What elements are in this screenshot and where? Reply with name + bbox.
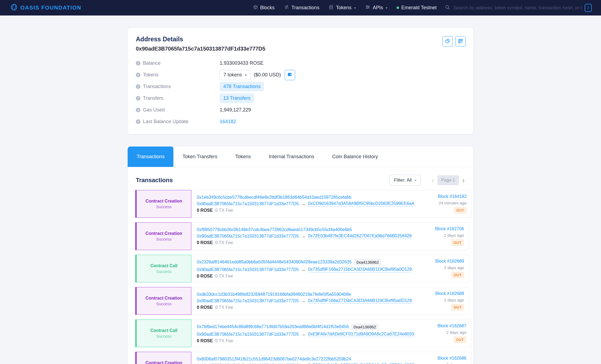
info-icon: i: [136, 61, 140, 66]
gas-used-value: 1,949,127,229: [220, 107, 251, 113]
to-address-link[interactable]: 0x735df9F166a2715bCA3D3A66B119CBef95a0D1…: [308, 298, 412, 304]
transactions-label: Transactions: [143, 84, 171, 89]
info-icon: i: [136, 96, 140, 101]
transaction-type-tile: Contract Creation Success: [135, 352, 191, 364]
network-status-dot-icon: [397, 7, 399, 9]
wallet-button[interactable]: [285, 70, 295, 80]
qr-code-icon: [458, 38, 463, 45]
tab[interactable]: Transactions: [128, 147, 173, 167]
transaction-type: Contract Call: [150, 263, 177, 268]
filter-label: Filter: All: [394, 178, 412, 183]
chevron-down-icon: ▾: [245, 73, 247, 77]
to-address-link[interactable]: 0x735df9F166a2715bCA3D3A66B119CBef95a0D1…: [308, 267, 412, 272]
transaction-type-tile: Contract Call Success: [135, 255, 191, 282]
block-number-link[interactable]: Block #164182: [438, 194, 467, 199]
transaction-value: 0 ROSE: [197, 240, 213, 245]
gas-used-row: i Gas Used 1,949,127,229: [136, 104, 465, 116]
tab[interactable]: Coin Balance History: [323, 147, 387, 167]
transaction-age: 24 minutes ago: [439, 201, 467, 205]
block-number-link[interactable]: Block #162689: [435, 259, 464, 264]
transaction-fee: 0 TX Fee: [215, 274, 233, 279]
tabbar: Transactions Token Transfers Tokens Inte…: [128, 147, 473, 167]
nav-item[interactable]: Transactions: [284, 4, 319, 11]
search-shortcut-key: /: [585, 4, 592, 12]
nav-item[interactable]: Blocks: [253, 5, 275, 11]
chevron-down-icon: ▾: [415, 178, 416, 182]
block-number-link[interactable]: Block #162687: [437, 323, 466, 328]
nav-item[interactable]: Emerald Testnet: [397, 5, 437, 11]
tab-label: Transactions: [137, 154, 164, 160]
transaction-hash-link[interactable]: 0x6006af079803513f41fb21c551d96423d6067b…: [197, 357, 351, 362]
tab[interactable]: Internal Transactions: [260, 147, 323, 167]
from-address-link[interactable]: 0x90adE3B7065fa715c7a150313877dF1d33e777…: [197, 201, 299, 206]
direction-badge: OUT: [453, 336, 466, 343]
transactions-arrows-icon: [284, 4, 289, 11]
transaction-type: Contract Creation: [145, 199, 182, 204]
tab-label: Token Transfers: [182, 154, 217, 160]
from-address-link[interactable]: 0x90adE3B7065fa715c7a150313877dF1d33e777…: [197, 234, 299, 239]
page-title: Address Details: [136, 36, 465, 43]
filter-dropdown[interactable]: Filter: All ▾: [390, 175, 421, 186]
top-navbar: OASIS FOUNDATION Blocks: [0, 0, 601, 15]
tokens-label: Tokens: [143, 72, 158, 78]
transaction-type: Contract Creation: [145, 231, 182, 236]
transaction-status: Success: [156, 204, 172, 209]
tab[interactable]: Tokens: [226, 147, 260, 167]
brand-logo[interactable]: OASIS FOUNDATION: [10, 4, 81, 12]
block-number-link[interactable]: Block #162706: [435, 226, 464, 231]
from-address-link[interactable]: 0x90adE3B7065fa715c7a150313877dF1d33e777…: [197, 298, 299, 303]
prev-page-button[interactable]: ‹: [431, 176, 435, 184]
transaction-age: 2 days ago: [444, 265, 464, 270]
search-icon: [445, 5, 450, 11]
transaction-row: Contract Call Success 0x7bf6ed17ebe4454c…: [135, 319, 466, 347]
from-address-link[interactable]: 0x90adE3B7065fa715c7a150313877dF1d33e777…: [197, 267, 299, 272]
tokens-coins-icon: [329, 5, 334, 11]
oasis-logo-icon: [10, 4, 18, 12]
info-icon: i: [136, 84, 140, 89]
transaction-row: Contract Creation Success 0xdb33dcc1d3b3…: [135, 287, 466, 315]
nav-item[interactable]: APIs ▾: [365, 4, 387, 11]
transaction-hash-link[interactable]: 0x2326af8146461edd85a0bb6a505f4d4448e543…: [197, 260, 352, 265]
balance-label: Balance: [143, 60, 161, 66]
qr-code-button[interactable]: [455, 36, 466, 46]
nav-item-label: Blocks: [260, 5, 275, 11]
transaction-status: Success: [156, 237, 172, 241]
to-address-link[interactable]: 0xCD9d163947d3A58A9Bf5C95bcD2063E2599EE6…: [308, 201, 415, 207]
transaction-type-tile: Contract Creation Success: [135, 222, 191, 250]
transaction-age: 2 days ago: [446, 362, 466, 364]
last-balance-update-block-link[interactable]: 164182: [220, 119, 236, 125]
transaction-row: Contract Creation Success 0x6006af079803…: [135, 352, 466, 364]
to-address-link[interactable]: 0xE9FAfe7dADe9CF0171d9A9D9A8c2Ca67E24e80…: [308, 363, 414, 364]
transactions-count-link[interactable]: 478 Transactions: [220, 82, 264, 91]
transaction-type: Contract Call: [150, 328, 177, 333]
transaction-value: 0 ROSE: [197, 305, 213, 310]
to-address-link[interactable]: 0xE9FAfe7dADe9CF0171d9A9D9A8c2Ca67E24e80…: [308, 332, 414, 337]
transaction-value: 0 ROSE: [197, 208, 213, 213]
last-balance-update-row: i Last Balance Update 164182: [136, 116, 465, 127]
transaction-fee: 0 TX Fee: [215, 338, 233, 343]
from-address-link[interactable]: 0x90adE3B7065fa715c7a150313877dF1d33e777…: [197, 332, 299, 337]
transaction-hash-link[interactable]: 0xdb33dcc1d3b31b498fa9232694871919166bfa…: [197, 292, 351, 297]
last-balance-update-label: Last Balance Update: [143, 119, 188, 125]
copy-address-button[interactable]: [442, 36, 453, 46]
tab[interactable]: Token Transfers: [173, 147, 226, 167]
transaction-row: Contract Call Success 0x2326af8146461edd…: [135, 255, 466, 282]
transaction-hash-link[interactable]: 0x1eb349c6c5cbe5778cdbecdf46e8e2bdf3b186…: [197, 195, 351, 200]
nav-item-label: Tokens: [336, 5, 351, 11]
to-address-link[interactable]: 0x72E03b487fe3EC44d2627D67Ea96d766B02584…: [308, 234, 412, 239]
transaction-fee: 0 TX Fee: [215, 208, 233, 213]
arrow-right-icon: →: [301, 332, 306, 337]
tokens-usd-value: ($0.00 USD): [254, 72, 281, 78]
transaction-age: 2 days ago: [444, 298, 464, 302]
next-page-button[interactable]: ›: [461, 176, 466, 184]
transaction-hash-link[interactable]: 0xf9950779cbb26c06148e37cdc4bea772862cd6…: [197, 227, 352, 232]
nav-item[interactable]: Tokens ▾: [329, 5, 356, 11]
tokens-dropdown[interactable]: 7 tokens ▾: [220, 70, 250, 80]
transfers-count-link[interactable]: 13 Transfers: [220, 94, 254, 103]
transaction-hash-link[interactable]: 0x7bf6ed17ebe4454c86d89fc68a7714fd07b59a…: [197, 324, 349, 329]
transaction-age: 2 days ago: [444, 233, 464, 238]
brand-name: OASIS FOUNDATION: [20, 5, 81, 11]
block-number-link[interactable]: Block #162688: [435, 291, 464, 296]
block-number-link[interactable]: Block #162686: [437, 356, 466, 361]
search-input[interactable]: [453, 5, 581, 11]
